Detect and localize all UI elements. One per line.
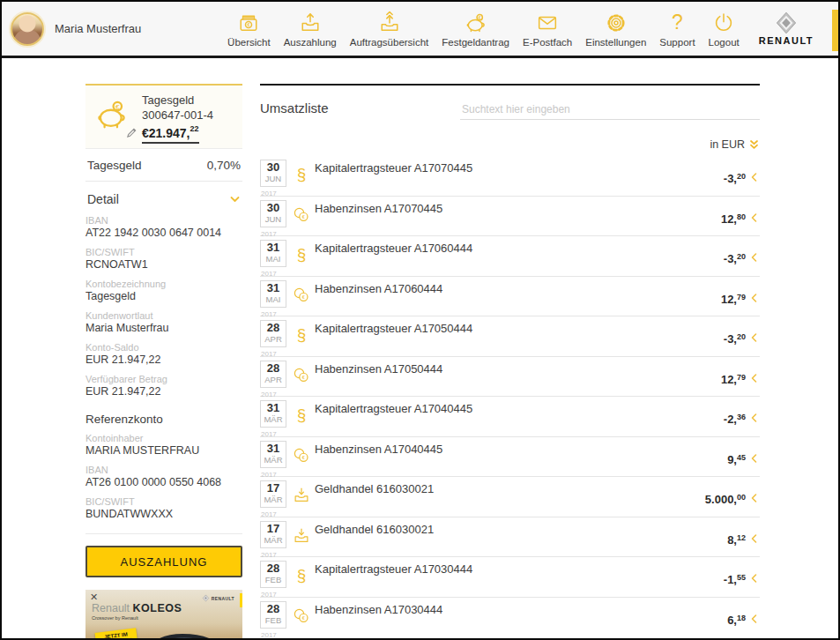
transaction-month: MÄR: [261, 414, 286, 424]
nav-item-einstellungen[interactable]: Einstellungen: [585, 11, 646, 48]
transaction-row[interactable]: 31 MAI 2017 § Kapitalertragsteuer A17060…: [260, 236, 760, 277]
nav-item-auszahlung[interactable]: Auszahlung: [284, 11, 337, 48]
nav-label: Übersicht: [227, 37, 271, 48]
ad-renault-logo: RENAULT: [202, 594, 234, 602]
search-input[interactable]: [460, 100, 760, 120]
transaction-amount: -3,20: [724, 332, 746, 346]
account-card[interactable]: Tagesgeld 300647-001-4 €21.947,22: [85, 84, 242, 149]
transaction-date: 17 MÄR: [260, 480, 286, 508]
nav-item-logout[interactable]: Logout: [709, 11, 740, 48]
double-chevron-down-icon: [748, 138, 760, 151]
transaction-row[interactable]: 30 JUN 2017 § Habenzinsen A17070445 12,8…: [260, 197, 760, 237]
paragraph-icon: §: [292, 325, 311, 345]
top-divider: [260, 84, 760, 86]
field-value: MARIA MUSTERFRAU: [85, 444, 242, 458]
chevron-left-icon: [748, 412, 760, 424]
chevron-left-icon: [748, 532, 760, 545]
transaction-date: 17 MÄR: [260, 521, 286, 548]
money-trade-icon: [292, 526, 311, 546]
paragraph-icon: §: [292, 165, 311, 184]
piggy-bank-icon: [464, 11, 488, 35]
transaction-row[interactable]: 28 FEB 2017 § Kapitalertragsteuer A17030…: [260, 557, 760, 598]
field-label: IBAN: [85, 214, 242, 227]
payout-button[interactable]: AUSZAHLUNG: [85, 546, 242, 577]
detail-field: BIC/SWIFT RCNOATW1: [85, 246, 242, 272]
koleos-ad-banner[interactable]: ✕ Renault KOLEOS Crossover by Renault RE…: [85, 590, 242, 640]
chevron-left-icon: [748, 572, 760, 584]
transaction-description: Kapitalertragsteuer A17040445: [315, 402, 472, 415]
transaction-amount: 12,80: [721, 212, 746, 226]
field-value: Tagesgeld: [85, 290, 242, 303]
detail-title: Detail: [87, 192, 119, 206]
transaction-month: MAI: [261, 294, 286, 304]
transaction-row[interactable]: 28 APR 2017 § Kapitalertragsteuer A17050…: [260, 316, 760, 357]
transaction-description: Habenzinsen A17040445: [315, 443, 442, 456]
transaction-month: FEB: [261, 615, 286, 625]
nav-item-support[interactable]: ? Support: [659, 11, 695, 48]
transaction-date: 31 MÄR: [260, 441, 286, 468]
transaction-list: 30 JUN 2017 § Kapitalertragsteuer A17070…: [260, 156, 760, 637]
edit-pencil-icon[interactable]: [126, 126, 138, 138]
brand-text: RENAULT: [759, 35, 814, 46]
account-number: 300647-001-4: [142, 108, 213, 123]
detail-section-toggle[interactable]: Detail: [85, 182, 242, 208]
reference-field: IBAN AT26 0100 0000 0550 4068: [85, 464, 242, 489]
transaction-row[interactable]: 31 MÄR 2017 § Habenzinsen A17040445 9,45: [260, 437, 760, 478]
chevron-left-icon: [748, 251, 760, 264]
nav-label: Support: [659, 37, 695, 48]
nav-item-epostfach[interactable]: E-Postfach: [523, 11, 572, 48]
chevron-left-icon: [748, 372, 760, 384]
field-value: AT26 0100 0000 0550 4068: [85, 476, 242, 489]
transaction-row[interactable]: 30 JUN 2017 § Kapitalertragsteuer A17070…: [260, 156, 760, 197]
nav-item-festgeldantrag[interactable]: Festgeldantrag: [442, 11, 509, 48]
nav-label: Einstellungen: [585, 37, 646, 48]
nav-item-auftragsuebersicht[interactable]: Auftragsübersicht: [350, 11, 429, 48]
transaction-date: 31 MÄR: [260, 400, 286, 428]
detail-field: IBAN AT22 1942 0030 0647 0014: [85, 214, 242, 240]
transaction-month: APR: [261, 334, 286, 344]
account-summary: Tagesgeld 300647-001-4 €21.947,22: [142, 93, 213, 144]
transaction-row[interactable]: 17 MÄR 2017 § Geldhandel 616030021 5.000…: [260, 477, 760, 517]
coins-icon: [292, 446, 311, 465]
user-avatar[interactable]: [11, 12, 44, 46]
nav-label: E-Postfach: [523, 37, 572, 48]
tray-arrow-up-icon: [298, 11, 323, 35]
transaction-day: 31: [261, 282, 286, 294]
transaction-date: 28 APR: [260, 320, 286, 347]
field-label: Kontobezeichnung: [85, 278, 242, 290]
nav-label: Festgeldantrag: [442, 37, 509, 48]
transaction-row[interactable]: 31 MÄR 2017 § Kapitalertragsteuer A17040…: [260, 397, 760, 437]
transaction-description: Kapitalertragsteuer A17070445: [315, 161, 472, 175]
nav-item-uebersicht[interactable]: Übersicht: [227, 11, 271, 48]
detail-field: Kontobezeichnung Tagesgeld: [85, 278, 242, 303]
field-label: Kontoinhaber: [85, 432, 242, 444]
transaction-row[interactable]: 31 MAI 2017 § Habenzinsen A17060444 12,7…: [260, 277, 760, 317]
paragraph-icon: §: [292, 245, 311, 264]
transaction-row[interactable]: 28 FEB 2017 § Habenzinsen A17030444 6,18: [260, 598, 760, 638]
transaction-month: FEB: [261, 575, 286, 584]
chevron-left-icon: [748, 171, 760, 183]
power-icon: [711, 11, 736, 35]
transaction-description: Geldhandel 616030021: [315, 482, 434, 495]
transaction-description: Kapitalertragsteuer A17060444: [315, 242, 472, 255]
transaction-day: 28: [261, 603, 286, 615]
transaction-date: 28 APR: [260, 361, 286, 388]
transaction-date: 31 MAI: [260, 240, 286, 267]
currency-sort-control[interactable]: in EUR: [710, 138, 760, 151]
detail-field: Konto-Saldo EUR 21.947,22: [85, 341, 242, 367]
field-value: RCNOATW1: [85, 258, 242, 272]
field-label: IBAN: [85, 464, 242, 476]
account-balance: €21.947,22: [142, 123, 199, 144]
detail-field: Kundenwortlaut Maria Musterfrau: [85, 309, 242, 335]
transaction-amount: -2,36: [724, 413, 746, 426]
transaction-row[interactable]: 17 MÄR 2017 § Geldhandel 616030021 8,12: [260, 517, 760, 558]
transaction-row[interactable]: 28 APR 2017 § Habenzinsen A17050444 12,7…: [260, 357, 760, 398]
transaction-month: JUN: [261, 214, 286, 224]
transaction-day: 30: [261, 202, 286, 214]
page-title: Umsatzliste: [260, 100, 329, 115]
cash-drawer-icon: [236, 11, 261, 35]
close-icon[interactable]: ✕: [90, 592, 98, 602]
yellow-accent-bar: [832, 10, 838, 51]
chevron-left-icon: [748, 452, 760, 465]
question-mark-icon: ?: [665, 11, 689, 35]
